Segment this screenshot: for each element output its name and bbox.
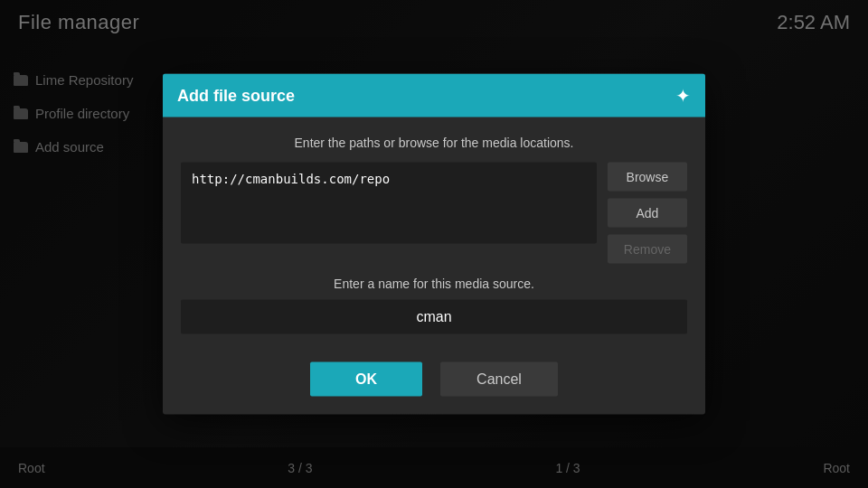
add-button[interactable]: Add — [608, 199, 687, 228]
remove-button[interactable]: Remove — [608, 235, 687, 264]
browse-button[interactable]: Browse — [608, 163, 687, 192]
kodi-icon[interactable]: ✦ — [675, 85, 691, 107]
name-input[interactable] — [181, 300, 687, 334]
dialog-header: Add file source ✦ — [163, 74, 705, 117]
cancel-button[interactable]: Cancel — [440, 362, 558, 397]
url-buttons: Browse Add Remove — [608, 163, 687, 264]
url-row: Browse Add Remove — [181, 163, 687, 264]
dialog-title: Add file source — [177, 86, 295, 105]
dialog-footer: OK Cancel — [163, 348, 705, 415]
ok-button[interactable]: OK — [310, 362, 422, 397]
dialog-body: Enter the paths or browse for the media … — [163, 117, 705, 348]
add-file-source-dialog: Add file source ✦ Enter the paths or bro… — [163, 74, 705, 415]
url-input[interactable] — [181, 163, 597, 244]
name-instruction: Enter a name for this media source. — [181, 277, 687, 291]
url-instruction: Enter the paths or browse for the media … — [181, 136, 687, 150]
